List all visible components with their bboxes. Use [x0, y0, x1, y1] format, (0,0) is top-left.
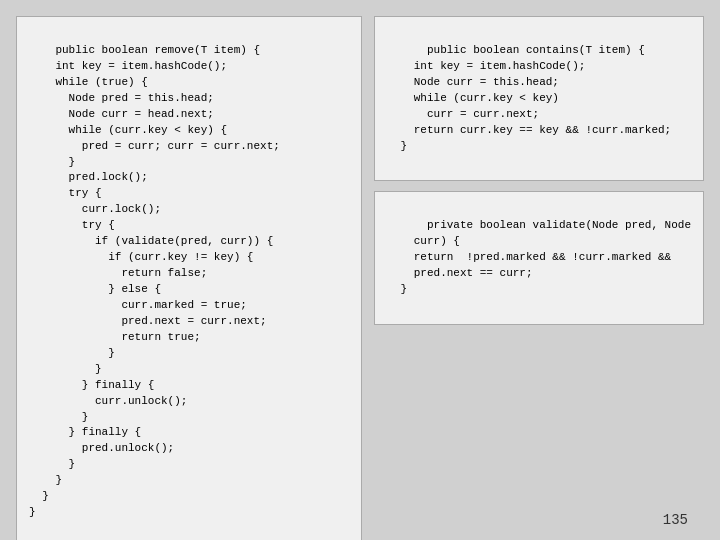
main-container: public boolean remove(T item) { int key … — [0, 0, 720, 540]
contains-method-code: public boolean contains(T item) { int ke… — [387, 44, 671, 152]
right-column: public boolean contains(T item) { int ke… — [374, 16, 704, 325]
page-number: 135 — [663, 512, 688, 528]
validate-method-code: private boolean validate(Node pred, Node… — [387, 219, 691, 295]
contains-method-box: public boolean contains(T item) { int ke… — [374, 16, 704, 181]
validate-method-box: private boolean validate(Node pred, Node… — [374, 191, 704, 325]
remove-method-box: public boolean remove(T item) { int key … — [16, 16, 362, 540]
remove-method-code: public boolean remove(T item) { int key … — [29, 44, 280, 518]
